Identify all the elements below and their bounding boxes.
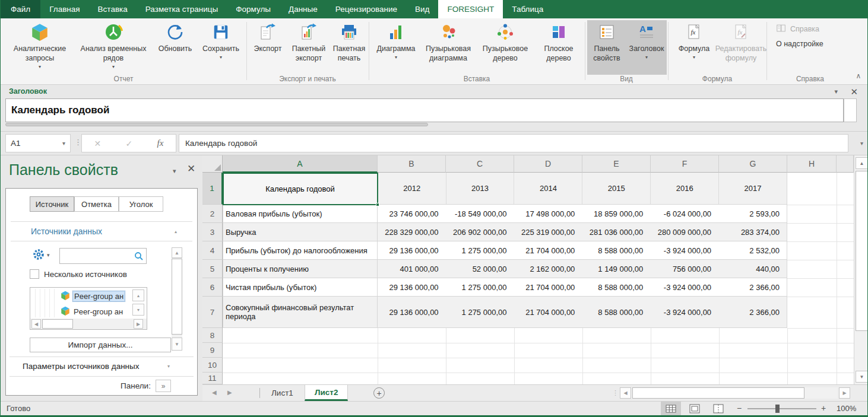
grid-cell[interactable]: 29 136 000,00 bbox=[378, 297, 446, 327]
table-row[interactable]: Чистая прибыль (убыток) 29 136 000,00 1 … bbox=[223, 278, 787, 297]
sheet-nav-left-icon[interactable]: ◀ bbox=[212, 389, 217, 396]
list-scroll-right-button[interactable]: ▶ bbox=[134, 319, 143, 329]
tab-view[interactable]: Вид bbox=[406, 0, 438, 18]
batch-export-button[interactable]: Пакетный экспорт bbox=[288, 20, 330, 75]
table-row[interactable]: Валовая прибыль (убыток) 23 746 000,00 -… bbox=[223, 205, 787, 223]
edit-formula-button[interactable]: fx Редактировать формулу bbox=[717, 20, 765, 75]
column-header-E[interactable]: E bbox=[582, 155, 651, 173]
row-label-cell[interactable]: Валовая прибыль (убыток) bbox=[223, 205, 378, 222]
chart-button[interactable]: Диаграмма ▾ bbox=[372, 20, 420, 75]
table-row[interactable]: Выручка 228 329 000,00 206 902 000,00 22… bbox=[223, 223, 787, 241]
grid-cell[interactable]: 2 532,00 bbox=[718, 241, 787, 259]
grid-cell[interactable]: 2012 bbox=[378, 173, 446, 204]
time-series-button[interactable]: Анализ временных рядов ▾ bbox=[75, 20, 151, 75]
bubble-tree-button[interactable]: Пузырьковое дерево bbox=[477, 20, 534, 75]
tab-mark[interactable]: Отметка bbox=[74, 196, 119, 212]
list-hscroll-thumb[interactable] bbox=[42, 319, 73, 329]
row-header-9[interactable]: 9 bbox=[202, 343, 223, 358]
cancel-icon[interactable]: ✕ bbox=[94, 139, 102, 148]
collapse-section-icon[interactable]: ▴ bbox=[175, 229, 177, 234]
data-source-params-section[interactable]: Параметры источников данных bbox=[23, 362, 140, 371]
list-scroll-down-button[interactable]: ▾ bbox=[132, 304, 144, 316]
table-row[interactable]: Проценты к получению 401 000,00 52 000,0… bbox=[223, 260, 787, 278]
view-layout-button[interactable] bbox=[685, 402, 705, 415]
title-resize-handle[interactable] bbox=[844, 98, 857, 122]
grid-cell[interactable]: -3 924 000,00 bbox=[650, 297, 718, 327]
header-button[interactable]: A Заголовок ▾ bbox=[626, 20, 667, 75]
grid-cell[interactable]: 18 859 000,00 bbox=[582, 205, 650, 222]
multiple-sources-checkbox[interactable] bbox=[30, 269, 39, 279]
row-header-11[interactable]: 11 bbox=[202, 373, 223, 384]
grid-cell[interactable]: -6 024 000,00 bbox=[650, 205, 718, 222]
row-header-7[interactable]: 7 bbox=[202, 297, 223, 328]
grid-cell[interactable]: -3 924 000,00 bbox=[650, 278, 718, 296]
row-header-8[interactable]: 8 bbox=[202, 328, 223, 343]
grid-cell[interactable]: 228 329 000,00 bbox=[378, 223, 446, 241]
tab-table[interactable]: Таблица bbox=[503, 0, 552, 18]
zoom-slider-track[interactable] bbox=[747, 408, 816, 409]
grid-cell[interactable]: 2 366,00 bbox=[718, 278, 787, 296]
enter-check-icon[interactable]: ✓ bbox=[126, 139, 133, 148]
grid-cell[interactable]: 280 009 000,00 bbox=[650, 223, 718, 241]
scroll-up-button[interactable]: ▲ bbox=[856, 157, 868, 169]
row-label-cell[interactable]: Выручка bbox=[223, 223, 378, 241]
grid-cell[interactable]: 281 036 000,00 bbox=[582, 223, 650, 241]
refresh-button[interactable]: Обновить bbox=[153, 20, 198, 75]
grid-cell[interactable]: 8 588 000,00 bbox=[582, 241, 650, 259]
scroll-down-button[interactable]: ▼ bbox=[856, 371, 868, 383]
tab-source[interactable]: Источник bbox=[30, 196, 74, 212]
table-row[interactable]: Совокупный финансовый результат периода … bbox=[223, 297, 787, 328]
close-icon[interactable]: ✕ bbox=[850, 87, 858, 97]
formula-button[interactable]: fx Формула ▾ bbox=[671, 20, 717, 75]
add-sheet-button[interactable]: + bbox=[373, 387, 385, 399]
gear-icon[interactable] bbox=[33, 249, 45, 262]
grid-cell[interactable]: 2016 bbox=[650, 173, 718, 204]
row-label-cell[interactable]: Проценты к получению bbox=[223, 260, 378, 278]
grid-cell[interactable]: 2013 bbox=[446, 173, 514, 204]
grid-cell[interactable]: 52 000,00 bbox=[446, 260, 514, 278]
list-item-source[interactable]: Peer-group ан bbox=[60, 289, 125, 303]
grid-cell[interactable]: 756 000,00 bbox=[650, 260, 718, 278]
table-row[interactable]: Прибыль (убыток) до налогообложения 29 1… bbox=[223, 241, 787, 260]
sheet-tab-list1[interactable]: Лист1 bbox=[262, 385, 303, 401]
tab-foresight[interactable]: FORESIGHT bbox=[438, 0, 503, 18]
grid-cell[interactable]: 1 275 000,00 bbox=[446, 297, 514, 327]
export-button[interactable]: Экспорт bbox=[249, 20, 287, 75]
chevron-down-icon[interactable]: ▾ bbox=[834, 88, 838, 96]
data-sources-section[interactable]: Источники данных bbox=[31, 227, 102, 236]
grid-cell[interactable]: 1 275 000,00 bbox=[446, 241, 514, 259]
chevron-down-icon[interactable]: ▾ bbox=[173, 167, 176, 175]
grid-cell[interactable]: 29 136 000,00 bbox=[378, 278, 446, 296]
scroll-down-button[interactable]: ▼ bbox=[172, 338, 182, 351]
grid-cell[interactable]: 206 902 000,00 bbox=[446, 223, 514, 241]
vscroll-thumb[interactable] bbox=[856, 171, 868, 331]
cell-A1-selected[interactable]: Календарь годовой bbox=[223, 173, 378, 205]
save-button[interactable]: Сохранить ▾ bbox=[198, 20, 244, 75]
collapse-ribbon-button[interactable]: ∧ bbox=[852, 70, 865, 82]
sheet-nav-right-icon[interactable]: ▶ bbox=[227, 389, 232, 396]
column-header-partial[interactable] bbox=[837, 155, 854, 173]
row-header-10[interactable]: 10 bbox=[202, 358, 223, 373]
list-item-source[interactable]: Peer-group ан bbox=[60, 305, 124, 318]
grip-icon[interactable]: ⋮ bbox=[612, 389, 619, 397]
import-data-button[interactable]: Импорт данных... bbox=[30, 338, 171, 352]
zoom-slider-thumb[interactable] bbox=[775, 405, 780, 413]
row-header-3[interactable]: 3 bbox=[202, 223, 223, 241]
close-icon[interactable]: ✕ bbox=[187, 163, 195, 175]
grid-cell[interactable]: 2 162 000,00 bbox=[514, 260, 582, 278]
grid-cell[interactable]: 283 374,00 bbox=[718, 223, 787, 241]
view-break-button[interactable] bbox=[708, 402, 728, 415]
grid-cell[interactable]: 2017 bbox=[718, 173, 787, 204]
grid-cell[interactable]: 225 319 000,00 bbox=[514, 223, 582, 241]
hscroll-left-button[interactable]: ◀ bbox=[620, 387, 631, 399]
column-header-F[interactable]: F bbox=[651, 155, 719, 173]
zoom-in-button[interactable]: + bbox=[821, 403, 826, 413]
hscroll-thumb[interactable] bbox=[632, 387, 804, 399]
column-header-G[interactable]: G bbox=[719, 155, 787, 173]
formula-input[interactable]: Календарь годовой bbox=[179, 134, 848, 152]
grid-cell[interactable]: 21 704 000,00 bbox=[514, 297, 582, 327]
scroll-up-button[interactable]: ▲ bbox=[172, 247, 182, 258]
tab-home[interactable]: Главная bbox=[40, 0, 88, 18]
grid-cell[interactable]: 1 275 000,00 bbox=[446, 278, 514, 296]
help-button[interactable]: Справка bbox=[776, 23, 819, 35]
